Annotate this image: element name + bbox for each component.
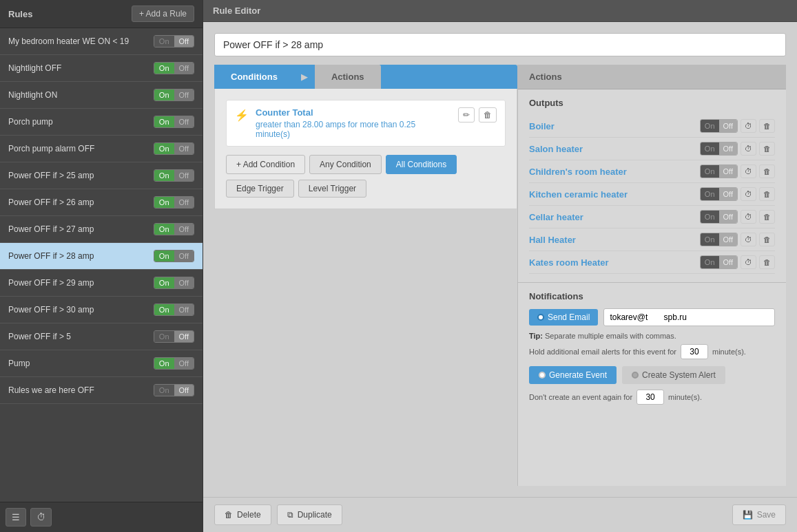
output-name[interactable]: Children's room heater bbox=[529, 167, 700, 177]
send-email-label: Send Email bbox=[548, 312, 590, 322]
output-controls: On Off ⏱ 🗑 bbox=[700, 119, 775, 133]
output-name[interactable]: Cellar heater bbox=[529, 212, 700, 222]
dont-create-row: Don't create an event again for minute(s… bbox=[529, 390, 775, 405]
edit-condition-button[interactable]: ✏ bbox=[458, 107, 475, 123]
output-toggle[interactable]: On Off bbox=[700, 119, 738, 133]
output-delete-button[interactable]: 🗑 bbox=[759, 187, 775, 201]
rule-name: Power OFF if > 28 amp bbox=[8, 251, 154, 261]
output-toggle[interactable]: On Off bbox=[700, 187, 738, 201]
toggle-button[interactable]: OnOff bbox=[154, 357, 194, 370]
rule-item[interactable]: Nightlight ONOnOff bbox=[0, 82, 203, 109]
output-name[interactable]: Hall Heater bbox=[529, 235, 700, 245]
list-icon-button[interactable]: ☰ bbox=[6, 508, 26, 526]
output-name[interactable]: Salon heater bbox=[529, 144, 700, 154]
toggle-button[interactable]: OnOff bbox=[154, 169, 194, 182]
tab-actions[interactable]: Actions bbox=[315, 65, 381, 89]
tip-text: Tip: Separate multiple emails with comma… bbox=[529, 332, 775, 340]
generate-event-button[interactable]: Generate Event bbox=[529, 366, 617, 384]
rule-item[interactable]: Power OFF if > 25 ampOnOff bbox=[0, 162, 203, 189]
output-name[interactable]: Kates room Heater bbox=[529, 257, 700, 268]
output-toggle[interactable]: On Off bbox=[700, 233, 738, 246]
toggle-button[interactable]: OnOff bbox=[154, 223, 194, 235]
rule-item[interactable]: Rules we are here OFFOnOff bbox=[0, 377, 203, 404]
rule-name: Power OFF if > 5 bbox=[8, 332, 154, 341]
conditions-area: Conditions ▶ Actions ⚡ Counter Total bbox=[214, 65, 517, 486]
toggle-button[interactable]: OnOff bbox=[154, 277, 194, 289]
add-condition-button[interactable]: + Add Condition bbox=[226, 155, 305, 174]
output-delete-button[interactable]: 🗑 bbox=[759, 119, 775, 133]
output-timer-button[interactable]: ⏱ bbox=[741, 142, 756, 156]
toggle-button[interactable]: OnOff bbox=[154, 384, 194, 396]
output-name[interactable]: Boiler bbox=[529, 121, 700, 131]
bottom-bar: 🗑 Delete ⧉ Duplicate 💾 Save bbox=[203, 497, 797, 532]
output-delete-button[interactable]: 🗑 bbox=[759, 233, 775, 246]
rule-title-input[interactable] bbox=[214, 33, 786, 56]
output-timer-button[interactable]: ⏱ bbox=[741, 210, 756, 224]
output-toggle[interactable]: On Off bbox=[700, 210, 738, 224]
output-delete-button[interactable]: 🗑 bbox=[759, 164, 775, 178]
rule-name: Power OFF if > 29 amp bbox=[8, 278, 154, 288]
save-button[interactable]: 💾 Save bbox=[732, 504, 786, 525]
notifications-section: Notifications Send Email Tip: Separate m… bbox=[518, 282, 786, 413]
toggle-button[interactable]: OnOff bbox=[154, 89, 194, 101]
email-input[interactable] bbox=[603, 308, 775, 326]
output-timer-button[interactable]: ⏱ bbox=[741, 119, 756, 133]
tip-content: Separate multiple emails with commas. bbox=[545, 332, 676, 340]
rule-item[interactable]: My bedroom heater WE ON < 19OnOff bbox=[0, 28, 203, 55]
output-controls: On Off ⏱ 🗑 bbox=[700, 142, 775, 156]
toggle-button[interactable]: OnOff bbox=[154, 196, 194, 209]
dont-create-post: minute(s). bbox=[668, 393, 702, 401]
toggle-button[interactable]: OnOff bbox=[154, 116, 194, 128]
sidebar-header: Rules + Add a Rule bbox=[0, 0, 203, 28]
tabs-row: Conditions ▶ Actions bbox=[214, 65, 517, 89]
rule-item[interactable]: Power OFF if > 27 ampOnOff bbox=[0, 216, 203, 243]
output-delete-button[interactable]: 🗑 bbox=[759, 210, 775, 224]
output-delete-button[interactable]: 🗑 bbox=[759, 255, 775, 269]
delete-condition-button[interactable]: 🗑 bbox=[479, 107, 497, 123]
output-toggle[interactable]: On Off bbox=[700, 164, 738, 178]
output-toggle[interactable]: On Off bbox=[700, 142, 738, 156]
output-timer-button[interactable]: ⏱ bbox=[741, 187, 756, 201]
toggle-button[interactable]: OnOff bbox=[154, 304, 194, 316]
rule-item[interactable]: Power OFF if > 26 ampOnOff bbox=[0, 189, 203, 216]
duplicate-button[interactable]: ⧉ Duplicate bbox=[277, 504, 342, 525]
rule-item[interactable]: Porch pumpOnOff bbox=[0, 109, 203, 136]
rule-item[interactable]: Power OFF if > 28 ampOnOff bbox=[0, 243, 203, 270]
output-row: Boiler On Off ⏱ 🗑 bbox=[529, 115, 775, 138]
all-conditions-button[interactable]: All Conditions bbox=[386, 155, 457, 174]
hold-minutes-input[interactable] bbox=[681, 344, 708, 359]
condition-description: greater than 28.00 amps for more than 0.… bbox=[256, 120, 451, 139]
any-condition-button[interactable]: Any Condition bbox=[309, 155, 382, 174]
toggle-button[interactable]: OnOff bbox=[154, 62, 194, 74]
output-timer-button[interactable]: ⏱ bbox=[741, 164, 756, 178]
rule-item[interactable]: Porch pump alarm OFFOnOff bbox=[0, 136, 203, 162]
toggle-button[interactable]: OnOff bbox=[154, 330, 194, 343]
create-alert-button[interactable]: Create System Alert bbox=[622, 366, 725, 384]
level-trigger-button[interactable]: Level Trigger bbox=[298, 180, 366, 198]
toggle-button[interactable]: OnOff bbox=[154, 35, 194, 47]
output-toggle[interactable]: On Off bbox=[700, 255, 738, 269]
tab-conditions[interactable]: Conditions bbox=[214, 65, 294, 89]
add-rule-button[interactable]: + Add a Rule bbox=[132, 6, 194, 22]
rule-item[interactable]: Nightlight OFFOnOff bbox=[0, 55, 203, 82]
send-email-button[interactable]: Send Email bbox=[529, 309, 598, 326]
delete-button[interactable]: 🗑 Delete bbox=[214, 504, 271, 525]
output-timer-button[interactable]: ⏱ bbox=[741, 255, 756, 269]
output-delete-button[interactable]: 🗑 bbox=[759, 142, 775, 156]
generate-event-label: Generate Event bbox=[549, 370, 607, 380]
rule-name: Pump bbox=[8, 359, 154, 368]
rule-item[interactable]: Power OFF if > 29 ampOnOff bbox=[0, 270, 203, 297]
notifications-title: Notifications bbox=[529, 291, 775, 301]
rule-item[interactable]: Power OFF if > 30 ampOnOff bbox=[0, 297, 203, 323]
output-timer-button[interactable]: ⏱ bbox=[741, 233, 756, 246]
edge-trigger-button[interactable]: Edge Trigger bbox=[226, 180, 294, 198]
condition-desc-value: 0.25 bbox=[400, 120, 415, 129]
clock-icon-button[interactable]: ⏱ bbox=[30, 508, 52, 526]
output-name[interactable]: Kitchen ceramic heater bbox=[529, 189, 700, 200]
toggle-button[interactable]: OnOff bbox=[154, 250, 194, 262]
rule-item[interactable]: PumpOnOff bbox=[0, 350, 203, 377]
dont-create-minutes-input[interactable] bbox=[636, 390, 664, 405]
rule-item[interactable]: Power OFF if > 5OnOff bbox=[0, 323, 203, 350]
output-row: Kates room Heater On Off ⏱ 🗑 bbox=[529, 251, 775, 274]
toggle-button[interactable]: OnOff bbox=[154, 142, 194, 155]
